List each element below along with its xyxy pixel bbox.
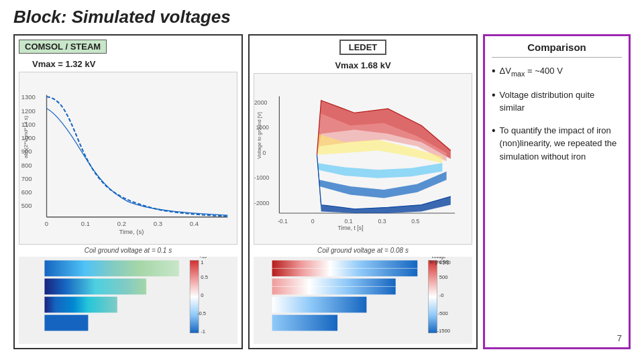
svg-rect-20 <box>44 297 117 313</box>
svg-text:1200: 1200 <box>21 107 36 115</box>
ledet-heatmap: 1500 500 -0 -500 -1500 Voltage to gnd [V… <box>254 257 472 344</box>
svg-text:500: 500 <box>439 274 448 280</box>
svg-text:0.3: 0.3 <box>154 220 162 227</box>
bullet-text-3: To quantify the impact of iron (non)line… <box>500 124 622 164</box>
svg-text:-0: -0 <box>439 292 444 298</box>
svg-text:0: 0 <box>262 149 266 156</box>
svg-text:Time, (s): Time, (s) <box>119 228 144 235</box>
left-panel: COMSOL / STEAM Vmax = 1.32 kV 1300 1200 … <box>13 34 243 349</box>
svg-text:2000: 2000 <box>254 99 268 106</box>
svg-text:0.2: 0.2 <box>117 220 126 227</box>
svg-text:-1500: -1500 <box>437 328 450 334</box>
svg-text:700: 700 <box>21 175 32 182</box>
svg-rect-46 <box>272 315 338 331</box>
bullet-dot-2: • <box>492 88 496 103</box>
ledet-badge: LEDET <box>339 40 387 55</box>
svg-text:0: 0 <box>45 220 48 227</box>
svg-text:1: 1 <box>201 259 203 265</box>
svg-text:0: 0 <box>311 218 315 225</box>
content-area: COMSOL / STEAM Vmax = 1.32 kV 1300 1200 … <box>13 34 631 349</box>
svg-text:0.3: 0.3 <box>378 218 386 225</box>
page-number: 7 <box>617 333 622 343</box>
svg-text:800: 800 <box>21 162 32 169</box>
svg-text:-1000: -1000 <box>254 174 269 181</box>
comsol-badge: COMSOL / STEAM <box>19 40 107 54</box>
svg-text:0.1: 0.1 <box>81 220 90 227</box>
comsol-heatmap: 1 0.5 0 -0.5 -1 ×10³ <box>19 257 237 344</box>
bullet-dot-1: • <box>492 64 496 78</box>
right-panel: Comparison • ΔVmax = ~400 V • Voltage di… <box>483 34 631 349</box>
svg-rect-19 <box>44 279 146 295</box>
page: Block: Simulated voltages COMSOL / STEAM… <box>0 0 644 362</box>
svg-text:0.5: 0.5 <box>411 218 419 225</box>
svg-text:to gnd [V]: to gnd [V] <box>430 259 449 265</box>
ledet-chart-svg: 2000 1000 0 -1000 -2000 Voltage to groun… <box>254 74 472 244</box>
svg-text:0.5: 0.5 <box>201 274 208 280</box>
svg-text:Time, t [s]: Time, t [s] <box>338 225 364 231</box>
comsol-chart-area: 1300 1200 1100 1000 900 800 700 600 500 … <box>19 72 237 245</box>
page-title: Block: Simulated voltages <box>13 7 631 27</box>
ledet-coil-label: Coil ground voltage at = 0.08 s <box>254 247 472 254</box>
svg-text:Voltage to ground [V]: Voltage to ground [V] <box>256 112 262 159</box>
svg-text:-0.1: -0.1 <box>278 218 288 225</box>
bullet-text-1: ΔVmax = ~400 V <box>500 64 563 79</box>
svg-text:0.1: 0.1 <box>345 218 353 225</box>
svg-rect-21 <box>44 315 88 331</box>
comparison-bullets: • ΔVmax = ~400 V • Voltage distribution … <box>492 64 622 172</box>
svg-rect-22 <box>190 260 199 333</box>
comsol-chart-svg: 1300 1200 1100 1000 900 800 700 600 500 … <box>19 72 237 244</box>
svg-text:0.4: 0.4 <box>190 220 199 227</box>
svg-text:600: 600 <box>21 188 32 196</box>
svg-text:abs(2*Vgnd*14 s): abs(2*Vgnd*14 s) <box>23 115 29 158</box>
comsol-vmax-label: Vmax = 1.32 kV <box>32 59 237 69</box>
bullet-3: • To quantify the impact of iron (non)li… <box>492 124 622 164</box>
ledet-chart-area: 2000 1000 0 -1000 -2000 Voltage to groun… <box>254 73 472 245</box>
svg-text:0: 0 <box>201 292 203 298</box>
svg-text:-2000: -2000 <box>254 200 269 206</box>
svg-rect-49 <box>429 260 437 333</box>
ledet-vmax-label: Vmax 1.68 kV <box>335 60 390 70</box>
svg-text:-500: -500 <box>438 310 448 316</box>
bullet-1: • ΔVmax = ~400 V <box>492 64 622 79</box>
svg-rect-45 <box>272 297 367 313</box>
svg-text:1300: 1300 <box>21 93 36 101</box>
bullet-dot-3: • <box>492 124 496 138</box>
svg-text:-1: -1 <box>201 328 205 335</box>
middle-panel: LEDET Vmax 1.68 kV <box>248 34 478 349</box>
svg-text:×10³: ×10³ <box>199 257 209 259</box>
ledet-heatmap-svg: 1500 500 -0 -500 -1500 Voltage to gnd [V… <box>254 257 472 344</box>
svg-text:-0.5: -0.5 <box>197 310 206 316</box>
comsol-heatmap-svg: 1 0.5 0 -0.5 -1 ×10³ <box>19 257 237 344</box>
comparison-title: Comparison <box>492 42 622 58</box>
svg-text:500: 500 <box>21 202 32 209</box>
comsol-coil-label: Coil ground voltage at = 0.1 s <box>19 247 237 254</box>
bullet-2: • Voltage distribution quite similar <box>492 88 622 115</box>
svg-rect-18 <box>44 260 178 276</box>
bullet-text-2: Voltage distribution quite similar <box>500 88 622 115</box>
